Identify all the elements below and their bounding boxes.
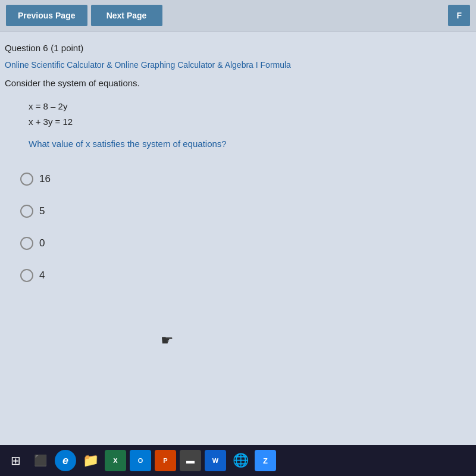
word-icon[interactable]: W [205, 450, 226, 471]
files-icon[interactable]: ▬ [180, 450, 201, 471]
question-prompt: Consider the system of equations. [5, 78, 464, 88]
question-header: Question 6 (1 point) [5, 42, 464, 54]
question-number: Question 6 [5, 43, 48, 53]
main-content: Previous Page Next Page F Question 6 (1 … [0, 0, 476, 440]
folder-icon[interactable]: 📁 [80, 450, 101, 471]
toolbar: Previous Page Next Page F [0, 0, 476, 32]
equation-1: x = 8 – 2y [29, 99, 464, 114]
start-button[interactable]: ⊞ [5, 450, 26, 471]
choice-label-16: 16 [39, 173, 51, 185]
toolbar-right-label: F [448, 5, 470, 26]
prev-page-button[interactable]: Previous Page [6, 5, 87, 26]
radio-0[interactable] [20, 237, 33, 250]
radio-5[interactable] [20, 205, 33, 218]
choice-5[interactable]: 5 [14, 195, 464, 227]
powerpoint-icon[interactable]: P [155, 450, 176, 471]
answer-choices: 16 5 0 4 [14, 163, 464, 292]
radio-16[interactable] [20, 173, 33, 186]
choice-label-0: 0 [39, 237, 45, 249]
taskbar: ⊞ ⬛ e 📁 X O P ▬ W 🌐 Z [0, 445, 476, 476]
equations-block: x = 8 – 2y x + 3y = 12 [29, 99, 464, 129]
edge-icon[interactable]: e [55, 450, 76, 471]
choice-16[interactable]: 16 [14, 163, 464, 195]
sub-question: What value of x satisfies the system of … [29, 139, 464, 149]
zoom-icon[interactable]: Z [255, 450, 276, 471]
radio-4[interactable] [20, 269, 33, 282]
choice-4[interactable]: 4 [14, 259, 464, 292]
choice-label-5: 5 [39, 205, 45, 217]
widgets-button[interactable]: ⬛ [30, 450, 51, 471]
choice-0[interactable]: 0 [14, 227, 464, 259]
question-area: Question 6 (1 point) Online Scientific C… [0, 32, 476, 298]
chrome-icon[interactable]: 🌐 [230, 450, 251, 471]
question-points: (1 point) [51, 43, 83, 53]
excel-icon[interactable]: X [105, 450, 126, 471]
choice-label-4: 4 [39, 270, 45, 281]
outlook-icon[interactable]: O [130, 450, 151, 471]
cursor-hand: ☛ [161, 332, 174, 349]
resource-link[interactable]: Online Scientific Calculator & Online Gr… [5, 60, 464, 70]
next-page-button[interactable]: Next Page [91, 5, 162, 26]
equation-2: x + 3y = 12 [29, 114, 464, 130]
